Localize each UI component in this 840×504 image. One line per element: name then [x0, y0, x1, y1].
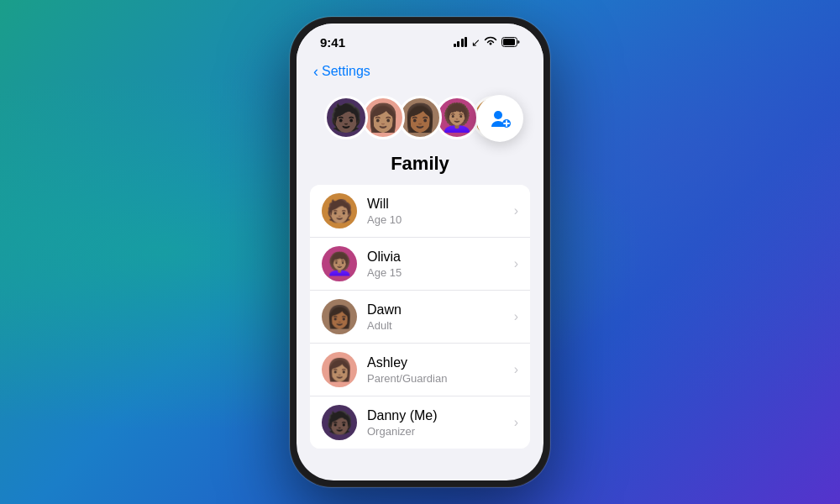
svg-rect-1 [503, 39, 515, 45]
chevron-right-icon: › [514, 415, 518, 430]
will-name: Will [367, 196, 514, 212]
danny-info: Danny (Me) Organizer [367, 407, 514, 437]
list-item[interactable]: 🧑🏿 Danny (Me) Organizer › [310, 396, 530, 449]
page-title: Family [297, 146, 543, 185]
olivia-name: Olivia [367, 249, 514, 265]
phone-wrapper: 9:41 ↙ [290, 17, 550, 487]
back-chevron-icon: ‹ [313, 64, 318, 79]
status-icons: ↙ [454, 36, 520, 49]
phone-screen: 9:41 ↙ [297, 24, 543, 480]
olivia-info: Olivia Age 15 [367, 249, 514, 278]
dawn-role: Adult [367, 319, 514, 332]
will-role: Age 10 [367, 213, 514, 226]
signal-icon [454, 37, 468, 47]
dawn-info: Dawn Adult [367, 302, 514, 331]
ashley-name: Ashley [367, 354, 514, 370]
ashley-role: Parent/Guardian [367, 372, 514, 385]
battery-icon [501, 37, 520, 47]
danny-role: Organizer [367, 425, 514, 438]
list-item[interactable]: 👩🏽‍🦱 Olivia Age 15 › [310, 238, 530, 291]
back-label: Settings [322, 64, 370, 79]
screen-content[interactable]: ‹ Settings [297, 60, 543, 480]
list-item[interactable]: 👩🏽 Ashley Parent/Guardian › [310, 344, 530, 396]
dawn-name: Dawn [367, 302, 514, 318]
danny-name: Danny (Me) [367, 407, 514, 423]
svg-point-3 [494, 111, 502, 119]
list-item[interactable]: 🧑🏽 Will Age 10 › [310, 185, 530, 238]
olivia-role: Age 15 [367, 266, 514, 279]
phone-frame: 9:41 ↙ [290, 17, 550, 487]
add-person-icon [486, 104, 514, 133]
add-member-button[interactable] [476, 95, 523, 142]
chevron-right-icon: › [514, 203, 518, 218]
nav-bar: ‹ Settings [297, 60, 543, 86]
list-item[interactable]: 👩🏾 Dawn Adult › [310, 291, 530, 344]
ashley-avatar: 👩🏽 [322, 352, 357, 387]
status-bar: 9:41 ↙ [297, 24, 543, 60]
chevron-right-icon: › [514, 309, 518, 324]
danny-avatar: 🧑🏿 [322, 405, 357, 440]
dawn-avatar: 👩🏾 [322, 299, 357, 334]
ashley-info: Ashley Parent/Guardian [367, 354, 514, 384]
status-time: 9:41 [320, 35, 345, 50]
chevron-right-icon: › [514, 362, 518, 377]
chevron-right-icon: › [514, 256, 518, 271]
family-list: 🧑🏽 Will Age 10 › 👩🏽‍🦱 Olivia Age 15 [310, 185, 530, 449]
back-button[interactable]: ‹ Settings [313, 64, 370, 79]
wifi-icon: ↙ [471, 36, 497, 49]
will-info: Will Age 10 [367, 196, 514, 225]
will-avatar: 🧑🏽 [322, 193, 357, 228]
avatar-1: 🧑🏿 [324, 96, 368, 139]
olivia-avatar: 👩🏽‍🦱 [322, 246, 357, 281]
